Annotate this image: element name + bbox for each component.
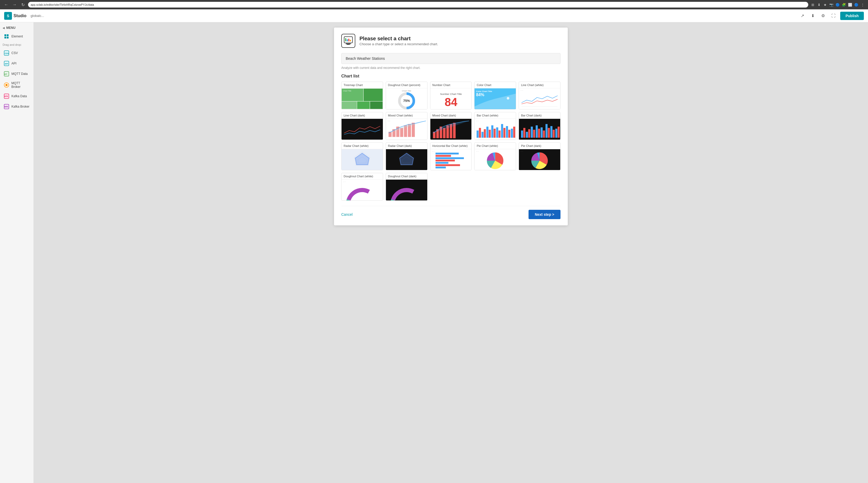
sidebar-item-kafka-broker[interactable]: BRK Kafka Broker (1, 102, 32, 112)
chart-card-radar-dark[interactable]: Radar Chart (dark) (386, 142, 428, 170)
chart-card-treemap[interactable]: Treemap Chart Chart Title (341, 82, 383, 109)
cancel-button[interactable]: Cancel (341, 212, 353, 217)
kafka-data-icon: KFK (4, 93, 9, 99)
svg-rect-102 (435, 152, 458, 154)
panel-title: Please select a chart (360, 36, 438, 41)
chart-card-mixed-dark[interactable]: Mixed Chart (dark) (430, 112, 472, 140)
svg-rect-84 (541, 127, 543, 138)
svg-text:CSV: CSV (5, 52, 9, 55)
chart-card-doughnut-preview: Chart Title 75% (386, 88, 427, 109)
data-source-box: Beach Weather Stations (341, 53, 560, 64)
chart-card-mixed-white[interactable]: Mixed Chart (white) ─ ─ (386, 112, 428, 140)
chart-card-doughnut-percent[interactable]: Doughnut Chart (percent) Chart Title 75% (386, 82, 428, 109)
chart-card-line-dark[interactable]: Line Chart (dark) (341, 112, 383, 140)
sidebar-item-kafka-data[interactable]: KFK Kafka Data (1, 91, 32, 101)
reload-button[interactable]: ↻ (20, 2, 26, 8)
svg-rect-65 (491, 125, 494, 138)
chart-card-doughnut-white[interactable]: Doughnut Chart (white) ─ ─ (341, 173, 383, 201)
svg-rect-103 (435, 155, 451, 157)
panel-header: Please select a chart Choose a chart typ… (341, 34, 560, 48)
svg-text:─ ─: ─ ─ (476, 150, 479, 152)
chart-card-doughnut-dark[interactable]: Doughnut Chart (dark) (386, 173, 428, 201)
chart-card-line-white-preview: ─ ─ (519, 88, 560, 109)
svg-rect-82 (536, 125, 538, 138)
svg-text:BRK: BRK (4, 106, 8, 108)
chart-card-hbar-white-label: Horizontal Bar Chart (white) (430, 143, 472, 149)
svg-rect-60 (479, 128, 481, 138)
chart-card-pie-white[interactable]: Pie Chart (white) ─ ─ (474, 142, 516, 170)
chart-card-mixed-dark-label: Mixed Chart (dark) (430, 112, 472, 119)
svg-rect-106 (435, 162, 448, 164)
sidebar-collapse-icon[interactable]: ◀ (3, 27, 5, 29)
chart-card-line-white[interactable]: Line Chart (white) ─ ─ (519, 82, 560, 109)
sidebar-item-element[interactable]: Element (1, 31, 32, 41)
chart-card-pie-dark[interactable]: Pie Chart (dark) ─ ─ (519, 142, 560, 170)
sclab-logo: S Studio (4, 12, 27, 20)
sidebar-item-csv[interactable]: CSV CSV (1, 48, 32, 58)
chart-card-bar-white-label: Bar Chart (white) (474, 112, 516, 119)
ext-icon-2: ⬇ (816, 2, 821, 7)
svg-rect-88 (550, 126, 552, 138)
svg-rect-21 (348, 39, 349, 41)
chart-card-hbar-white-preview: ─ ─ (430, 149, 472, 170)
menu-dots[interactable]: ⋮ (860, 2, 865, 7)
sidebar-item-mqtt-broker[interactable]: MQTT Broker (1, 79, 32, 91)
chart-card-number-preview: Number Chart Title 84 (430, 88, 472, 109)
chart-grid: Treemap Chart Chart Title (341, 82, 560, 201)
chart-card-bar-dark[interactable]: Bar Chart (dark) (519, 112, 560, 140)
svg-rect-3 (7, 37, 8, 38)
chart-card-bar-white-preview: ─ ─ (474, 119, 516, 140)
svg-rect-81 (533, 130, 535, 138)
next-step-button[interactable]: Next step > (529, 210, 560, 219)
svg-rect-108 (435, 167, 446, 168)
api-icon: API (4, 61, 9, 66)
svg-rect-86 (546, 124, 548, 138)
url-bar[interactable]: app.sclab.io/editor/site/Tk4xHRqCxtzvwPY… (28, 2, 808, 7)
forward-button[interactable]: → (11, 2, 18, 8)
publish-button[interactable]: Publish (840, 12, 864, 20)
mqtt-data-label: MQTT Data (11, 72, 28, 76)
expand-icon[interactable]: ⛶ (830, 12, 837, 20)
share-icon[interactable]: ↗ (799, 12, 806, 20)
chart-card-radar-white[interactable]: Radar Chart (white) (341, 142, 383, 170)
chart-card-line-white-label: Line Chart (white) (519, 82, 560, 88)
svg-rect-105 (435, 160, 455, 162)
svg-rect-90 (555, 129, 557, 138)
download-icon[interactable]: ⬇ (809, 12, 816, 20)
chart-card-color[interactable]: Color Chart Color Chart Title 84% (474, 82, 516, 109)
svg-rect-76 (521, 131, 523, 138)
svg-point-116 (348, 190, 376, 200)
svg-rect-17 (346, 44, 351, 44)
settings-icon[interactable]: ⚙ (819, 12, 827, 20)
chart-list-title: Chart list (341, 74, 560, 79)
svg-text:84: 84 (445, 96, 457, 108)
svg-rect-18 (347, 44, 350, 45)
chart-card-pie-dark-preview: ─ ─ (519, 149, 560, 170)
chart-card-bar-white[interactable]: Bar Chart (white) ─ ─ (474, 112, 516, 140)
svg-rect-2 (4, 37, 6, 38)
svg-rect-62 (484, 129, 486, 138)
chart-card-radar-dark-label: Radar Chart (dark) (386, 143, 427, 149)
back-button[interactable]: ← (3, 2, 9, 8)
api-label: API (11, 62, 17, 65)
svg-rect-80 (531, 126, 533, 138)
url-text: app.sclab.io/editor/site/Tk4xHRqCxtzvwPY… (31, 3, 94, 6)
chart-card-doughnut-white-label: Doughnut Chart (white) (342, 173, 383, 180)
svg-marker-95 (355, 153, 369, 165)
ext-icon-6: 🧩 (841, 2, 846, 7)
svg-text:Number Chart Title: Number Chart Title (440, 92, 462, 95)
svg-rect-67 (496, 127, 498, 138)
svg-rect-89 (553, 130, 555, 138)
chart-card-hbar-white[interactable]: Horizontal Bar Chart (white) ─ ─ (430, 142, 472, 170)
sclab-logo-icon: S (4, 12, 12, 20)
top-bar-left: S Studio globalc... (4, 12, 44, 20)
mqtt-broker-icon (4, 82, 9, 88)
svg-rect-104 (435, 157, 464, 159)
sidebar-item-mqtt-data[interactable]: IOT MQTT Data (1, 69, 32, 79)
svg-rect-45 (400, 128, 403, 137)
sidebar-item-api[interactable]: API API (1, 58, 32, 68)
chart-card-radar-white-preview (342, 149, 383, 170)
svg-rect-41 (342, 119, 383, 139)
chart-card-number[interactable]: Number Chart Number Chart Title 84 (430, 82, 472, 109)
svg-text:─ ─: ─ ─ (520, 150, 523, 152)
